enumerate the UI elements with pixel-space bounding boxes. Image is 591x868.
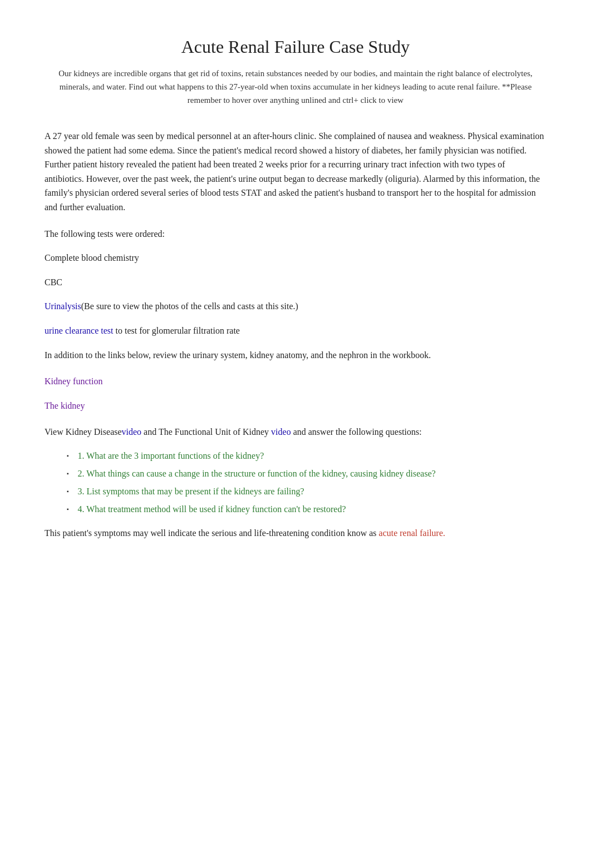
intro-paragraph: A 27 year old female was seen by medical… xyxy=(45,129,546,215)
video-text-middle: and The Functional Unit of Kidney xyxy=(144,427,269,437)
urinalysis-paragraph: Urinalysis(Be sure to view the photos of… xyxy=(45,299,546,314)
video1-link[interactable]: video xyxy=(122,427,142,437)
final-paragraph: This patient's symptoms may well indicat… xyxy=(45,526,546,540)
video-paragraph: View Kidney Diseasevideo and The Functio… xyxy=(45,425,546,439)
question4-link[interactable]: 4. What treatment method will be used if… xyxy=(78,503,346,516)
urine-clearance-suffix: to test for glomerular filtration rate xyxy=(115,326,239,335)
list-item: 1. What are the 3 important functions of… xyxy=(67,449,546,463)
the-kidney-link[interactable]: The kidney xyxy=(45,401,85,410)
question3-link[interactable]: 3. List symptoms that may be present if … xyxy=(78,485,304,498)
video-text-prefix: View Kidney Disease xyxy=(45,427,122,437)
workbook-text: In addition to the links below, review t… xyxy=(45,348,546,363)
urine-clearance-link[interactable]: urine clearance test xyxy=(45,326,113,335)
the-kidney-link-para: The kidney xyxy=(45,399,546,413)
kidney-function-link-para: Kidney function xyxy=(45,374,546,389)
urine-clearance-paragraph: urine clearance test to test for glomeru… xyxy=(45,324,546,338)
test2-label: CBC xyxy=(45,275,546,290)
video2-link[interactable]: video xyxy=(271,427,291,437)
final-text-prefix: This patient's symptoms may well indicat… xyxy=(45,528,377,538)
video-text-suffix: and answer the following questions: xyxy=(293,427,422,437)
page-subtitle: Our kidneys are incredible organs that g… xyxy=(45,67,546,107)
page-title: Acute Renal Failure Case Study xyxy=(45,33,546,60)
urinalysis-link[interactable]: Urinalysis xyxy=(45,301,81,311)
list-item: 3. List symptoms that may be present if … xyxy=(67,485,546,498)
urinalysis-suffix: (Be sure to view the photos of the cells… xyxy=(81,301,298,311)
acute-renal-failure-link[interactable]: acute renal failure. xyxy=(379,528,445,538)
list-item: 4. What treatment method will be used if… xyxy=(67,503,546,516)
question2-link[interactable]: 2. What things can cause a change in the… xyxy=(78,467,436,480)
kidney-function-link[interactable]: Kidney function xyxy=(45,376,102,386)
list-item: 2. What things can cause a change in the… xyxy=(67,467,546,480)
question1-link[interactable]: 1. What are the 3 important functions of… xyxy=(78,449,264,463)
tests-ordered-label: The following tests were ordered: xyxy=(45,227,546,241)
test1-label: Complete blood chemistry xyxy=(45,251,546,265)
questions-list: 1. What are the 3 important functions of… xyxy=(67,449,546,516)
